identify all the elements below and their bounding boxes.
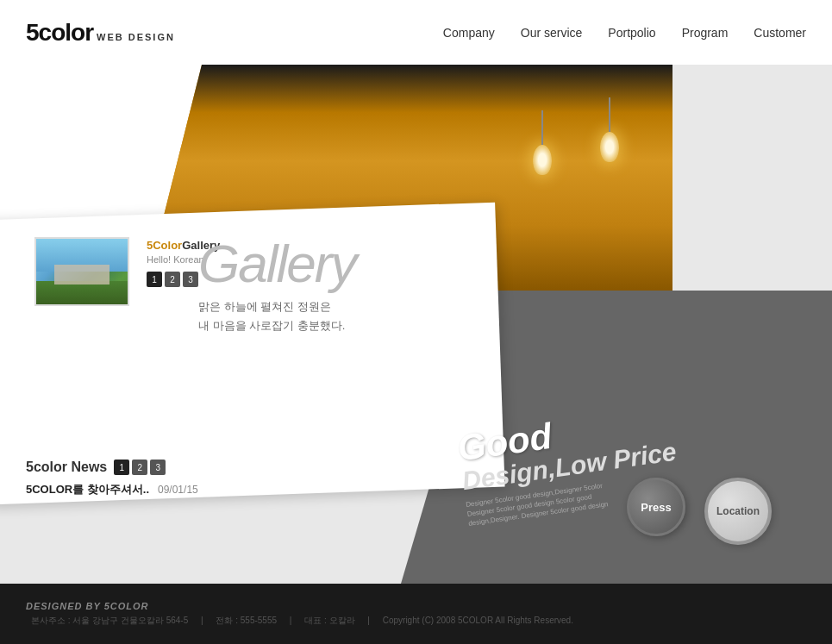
gallery-content: 5ColorGallery Hello! Korean 1 2 3 — [34, 237, 220, 306]
footer-brand: DESIGNED BY 5COLOR — [26, 601, 806, 611]
location-button[interactable]: Location — [704, 478, 772, 545]
footer-address: 본사주소 : 서울 강남구 건물오칼라 564-5 — [31, 616, 188, 625]
news-title: 5color News — [26, 460, 107, 475]
news-page-2[interactable]: 2 — [132, 460, 147, 475]
gallery-desc-line1: 맑은 하늘에 펼쳐진 정원은 — [198, 297, 345, 316]
gallery-description: 맑은 하늘에 펼쳐진 정원은 내 마음을 사로잡기 충분했다. — [198, 297, 345, 335]
footer-divider-1: | — [201, 616, 205, 625]
gallery-big-title: Gallery — [198, 233, 355, 294]
gallery-5color-label: 5Color — [147, 239, 182, 252]
nav-item-company[interactable]: Company — [443, 26, 495, 40]
main-nav: CompanyOur servicePortpolioProgramCustom… — [443, 26, 806, 40]
nav-item-program[interactable]: Program — [682, 26, 729, 40]
footer-phone: 전화 : 555-5555 — [216, 616, 277, 625]
gallery-desc-line2: 내 마음을 사로잡기 충분했다. — [198, 316, 345, 335]
logo-subtitle: WEB DESIGN — [97, 32, 175, 42]
main-area: 5ColorGallery Hello! Korean 1 2 3 Galler… — [0, 65, 832, 584]
press-button[interactable]: Press — [627, 478, 685, 536]
news-pagination: 1 2 3 — [114, 460, 166, 475]
news-date: 09/01/15 — [158, 484, 198, 496]
news-page-1[interactable]: 1 — [114, 460, 129, 475]
footer: DESIGNED BY 5COLOR 본사주소 : 서울 강남구 건물오칼라 5… — [0, 584, 832, 644]
thumb-building — [54, 265, 109, 284]
news-title-row: 5color News 1 2 3 — [26, 460, 216, 475]
nav-item-our-service[interactable]: Our service — [521, 26, 583, 40]
footer-info: 본사주소 : 서울 강남구 건물오칼라 564-5 | 전화 : 555-555… — [26, 615, 806, 627]
gallery-thumbnail[interactable] — [34, 237, 129, 306]
pendant-light-2 — [600, 132, 619, 162]
news-item: 5COLOR를 찾아주셔서.. 09/01/15 — [26, 482, 216, 497]
news-section: 5color News 1 2 3 5COLOR를 찾아주셔서.. 09/01/… — [26, 460, 216, 497]
logo: 5color WEB DESIGN — [26, 19, 175, 47]
nav-item-customer[interactable]: Customer — [754, 26, 806, 40]
nav-item-portpolio[interactable]: Portpolio — [608, 26, 655, 40]
news-page-3[interactable]: 3 — [150, 460, 166, 475]
news-headline: 5COLOR를 찾아주셔서.. — [26, 482, 149, 497]
pendant-light-1 — [533, 145, 552, 175]
gallery-page-3[interactable]: 3 — [183, 272, 198, 287]
header: 5color WEB DESIGN CompanyOur servicePort… — [0, 0, 832, 65]
footer-copyright: Copyright (C) 2008 5COLOR All Rights Res… — [383, 616, 573, 625]
logo-text: 5color — [26, 19, 93, 47]
footer-divider-2: | — [290, 616, 294, 625]
gallery-page-2[interactable]: 2 — [165, 272, 180, 287]
gallery-page-1[interactable]: 1 — [147, 272, 162, 287]
footer-divider-3: | — [367, 616, 372, 625]
footer-rep: 대표 : 오칼라 — [304, 616, 354, 625]
